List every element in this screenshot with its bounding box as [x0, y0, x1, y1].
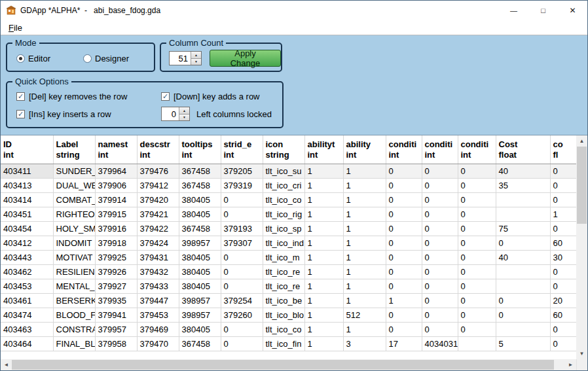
cell[interactable]: 0 [386, 308, 422, 322]
cell[interactable]: BLOOD_F [53, 308, 95, 322]
column-header-abilityt-7[interactable]: abilityt [304, 135, 343, 150]
column-header-conditi-9[interactable]: conditi [386, 135, 422, 150]
cell[interactable]: 379193 [221, 221, 263, 236]
cell[interactable]: 403453 [1, 279, 53, 293]
cell[interactable]: 1 [343, 322, 386, 336]
cell[interactable]: 0 [458, 264, 496, 279]
cell[interactable]: 380405 [179, 322, 221, 336]
cell[interactable]: 60 [550, 236, 576, 250]
cell[interactable]: tlt_ico_rig [263, 207, 304, 221]
cell[interactable]: tlt_ico_fin [263, 336, 304, 351]
cell[interactable]: 1 [343, 221, 386, 236]
cell[interactable]: 1 [304, 221, 343, 236]
cell[interactable]: 0 [221, 336, 263, 351]
cell[interactable]: 403443 [1, 250, 53, 264]
cell[interactable]: 1 [304, 178, 343, 192]
cell[interactable]: 1 [343, 279, 386, 293]
cell[interactable]: 379260 [221, 308, 263, 322]
cell[interactable]: 1 [304, 336, 343, 351]
cell[interactable]: tlt_ico_be [263, 293, 304, 308]
cell[interactable] [496, 192, 550, 207]
cell[interactable]: 0 [221, 322, 263, 336]
cell[interactable] [496, 279, 550, 293]
cell[interactable]: 0 [422, 236, 458, 250]
cell[interactable]: 1 [343, 250, 386, 264]
cell[interactable]: 1 [304, 308, 343, 322]
cell[interactable]: 379914 [95, 192, 137, 207]
cell[interactable]: 1 [343, 178, 386, 192]
cell[interactable]: RESILIEN [53, 264, 95, 279]
cell[interactable]: 379412 [137, 178, 179, 192]
cell[interactable]: 398957 [179, 236, 221, 250]
cell[interactable]: 379470 [137, 336, 179, 351]
cell[interactable]: 379958 [95, 336, 137, 351]
cell[interactable]: DUAL_WE [53, 178, 95, 192]
cell[interactable]: 379906 [95, 178, 137, 192]
scroll-down-button[interactable]: ▼ [576, 348, 587, 359]
cell[interactable]: MENTAL_ [53, 279, 95, 293]
column-header-id-0[interactable]: ID [1, 135, 53, 150]
cell[interactable]: 379424 [137, 236, 179, 250]
cell[interactable]: 20 [550, 293, 576, 308]
cell[interactable]: 0 [550, 192, 576, 207]
cell[interactable]: 30 [550, 250, 576, 264]
cell[interactable]: 379307 [221, 236, 263, 250]
cell[interactable]: 0 [496, 236, 550, 250]
cell[interactable]: 4034031 [422, 336, 458, 351]
cell[interactable]: 379469 [137, 322, 179, 336]
spin-down-button[interactable]: ▼ [179, 115, 189, 121]
cell[interactable]: 379433 [137, 279, 179, 293]
cell[interactable]: BERSERK [53, 293, 95, 308]
cell[interactable]: HOLY_SM [53, 221, 95, 236]
cell[interactable]: SUNDER_ [53, 164, 95, 178]
cell[interactable]: 0 [422, 164, 458, 178]
cell[interactable]: 379926 [95, 264, 137, 279]
horizontal-scrollbar[interactable]: ◄ ► [1, 359, 576, 370]
cell[interactable]: tlt_ico_sp [263, 221, 304, 236]
cell[interactable]: 0 [458, 192, 496, 207]
spin-down-button[interactable]: ▼ [191, 59, 201, 65]
cell[interactable]: 40 [496, 164, 550, 178]
minimize-button[interactable]: — [499, 1, 528, 20]
spin-up-button[interactable]: ▲ [179, 107, 189, 115]
column-header-cost-12[interactable]: Cost [496, 135, 550, 150]
cell[interactable]: 3 [343, 336, 386, 351]
cell[interactable]: 0 [221, 192, 263, 207]
cell[interactable]: 1 [304, 264, 343, 279]
checkbox-ins-inserts-row[interactable]: ✓ [Ins] key inserts a row [16, 109, 161, 119]
cell[interactable]: 0 [221, 264, 263, 279]
cell[interactable]: CONSTRA [53, 322, 95, 336]
cell[interactable]: 0 [422, 293, 458, 308]
cell[interactable]: 0 [550, 264, 576, 279]
cell[interactable]: 379421 [137, 207, 179, 221]
cell[interactable]: 40 [496, 250, 550, 264]
column-header-ability-8[interactable]: ability [343, 135, 386, 150]
cell[interactable]: 0 [386, 279, 422, 293]
cell[interactable]: 367458 [179, 336, 221, 351]
cell[interactable]: 1 [304, 236, 343, 250]
cell[interactable]: COMBAT_ [53, 192, 95, 207]
cell[interactable]: 379453 [137, 308, 179, 322]
cell[interactable] [496, 264, 550, 279]
radio-designer[interactable]: Designer [83, 54, 129, 63]
cell[interactable]: 0 [458, 279, 496, 293]
cell[interactable]: 0 [386, 164, 422, 178]
cell[interactable]: 379420 [137, 192, 179, 207]
cell[interactable]: 0 [422, 264, 458, 279]
cell[interactable]: 1 [343, 192, 386, 207]
cell[interactable]: 403474 [1, 308, 53, 322]
scroll-left-button[interactable]: ◄ [1, 359, 12, 370]
cell[interactable]: 379319 [221, 178, 263, 192]
cell[interactable]: 0 [221, 250, 263, 264]
cell[interactable]: 380405 [179, 250, 221, 264]
cell[interactable]: 380405 [179, 207, 221, 221]
cell[interactable]: 379205 [221, 164, 263, 178]
scroll-right-button[interactable]: ► [565, 359, 576, 370]
cell[interactable]: 1 [343, 236, 386, 250]
cell[interactable]: 0 [458, 178, 496, 192]
cell[interactable]: 403413 [1, 178, 53, 192]
cell[interactable]: 367458 [179, 164, 221, 178]
cell[interactable]: 379935 [95, 293, 137, 308]
cell[interactable]: 35 [496, 178, 550, 192]
cell[interactable]: 1 [304, 279, 343, 293]
